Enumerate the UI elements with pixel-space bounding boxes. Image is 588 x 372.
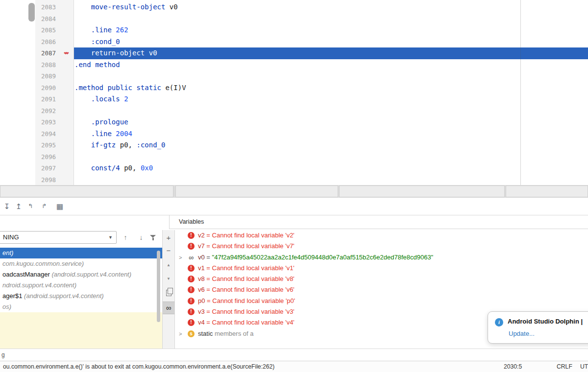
update-link[interactable]: Update... bbox=[509, 330, 535, 337]
line-number[interactable]: 2087 bbox=[35, 47, 56, 59]
filter-icon[interactable] bbox=[149, 235, 156, 240]
code-text: .line 2004 bbox=[74, 128, 132, 140]
error-icon: ! bbox=[188, 276, 195, 282]
code-line[interactable]: 2094 .line 2004 bbox=[0, 128, 588, 140]
divider-segment bbox=[339, 186, 505, 197]
frame-down-button[interactable]: ↓ bbox=[135, 231, 147, 244]
frame-row[interactable]: ager$1 (android.support.v4.content) bbox=[0, 291, 162, 302]
line-number[interactable]: 2083 bbox=[35, 1, 56, 13]
line-number[interactable]: 2094 bbox=[35, 128, 56, 140]
variable-row[interactable]: !v7 = Cannot find local variable 'v7' bbox=[175, 241, 588, 252]
line-number[interactable]: 2089 bbox=[35, 70, 56, 82]
add-watch-icon[interactable]: + bbox=[163, 232, 174, 244]
code-line[interactable]: 2089 bbox=[0, 70, 588, 82]
code-text: .end method bbox=[74, 59, 120, 71]
code-line[interactable]: 2084 bbox=[0, 13, 588, 25]
error-icon: ! bbox=[188, 232, 195, 239]
variable-text: v1 = Cannot find local variable 'v1' bbox=[198, 263, 294, 274]
variable-name: v7 bbox=[198, 242, 205, 250]
code-line[interactable]: 2085 .line 262 bbox=[0, 24, 588, 36]
line-number[interactable]: 2090 bbox=[35, 82, 56, 94]
code-text: .locals 2 bbox=[74, 93, 128, 105]
code-editor[interactable]: 2083 move-result-object v020842085 .line… bbox=[0, 0, 588, 185]
encoding-indicator[interactable]: UT bbox=[580, 361, 588, 372]
code-line[interactable]: 2095 if-gtz p0, :cond_0 bbox=[0, 140, 588, 151]
frames-list: ent)com.kugou.common.service)oadcastMana… bbox=[0, 248, 162, 312]
variables-tab[interactable]: Variables bbox=[169, 215, 588, 229]
variable-text: v7 = Cannot find local variable 'v7' bbox=[198, 241, 294, 252]
variable-name: v0 bbox=[198, 254, 205, 261]
variable-row[interactable]: !v8 = Cannot find local variable 'v8' bbox=[175, 274, 588, 284]
breakpoint-icon[interactable]: ❤❤ bbox=[58, 47, 74, 59]
code-line[interactable]: 2098 bbox=[0, 174, 588, 186]
duplicate-icon[interactable] bbox=[163, 287, 174, 299]
code-token: 2004 bbox=[116, 130, 132, 138]
frame-row[interactable]: os) bbox=[0, 302, 162, 312]
code-text: .prologue bbox=[74, 116, 128, 128]
line-number[interactable]: 2085 bbox=[35, 24, 56, 36]
error-message: Cannot find local variable 'v2' bbox=[212, 232, 294, 239]
frame-row[interactable]: com.kugou.common.service) bbox=[0, 258, 162, 269]
line-number[interactable]: 2086 bbox=[35, 36, 56, 48]
line-number[interactable]: 2096 bbox=[35, 151, 56, 163]
variable-row[interactable]: !v2 = Cannot find local variable 'v2' bbox=[175, 230, 588, 241]
debug-tab-label[interactable]: g bbox=[1, 349, 5, 360]
caret-position[interactable]: 2030:5 bbox=[504, 361, 522, 372]
code-line[interactable]: 2096 bbox=[0, 151, 588, 163]
variable-name: v4 bbox=[198, 319, 205, 326]
divider-segment bbox=[506, 186, 588, 197]
code-line[interactable]: 2090.method public static e(I)V bbox=[0, 82, 588, 94]
watches-toggle-icon[interactable]: ∞ bbox=[163, 302, 174, 314]
frame-up-button[interactable]: ↑ bbox=[120, 231, 131, 244]
frame-row[interactable]: ndroid.support.v4.content) bbox=[0, 280, 162, 291]
variable-row[interactable]: !v1 = Cannot find local variable 'v1' bbox=[175, 263, 588, 274]
expand-chevron-icon[interactable]: > bbox=[179, 328, 185, 339]
import-to-line-icon[interactable]: ↧ bbox=[1, 198, 13, 215]
code-line[interactable]: 2092 bbox=[0, 105, 588, 117]
notification-popup[interactable]: i Android Studio Dolphin | Update... bbox=[488, 311, 588, 344]
line-number[interactable]: 2095 bbox=[35, 140, 56, 151]
line-number[interactable]: 2092 bbox=[35, 105, 56, 117]
code-token: e(I)V bbox=[161, 84, 186, 92]
line-number[interactable]: 2098 bbox=[35, 174, 56, 186]
layout-grid-icon[interactable]: ▦ bbox=[54, 198, 66, 215]
variable-name: v8 bbox=[198, 275, 205, 282]
line-number[interactable]: 2084 bbox=[35, 13, 56, 25]
move-up-icon[interactable]: ▲ bbox=[163, 259, 174, 271]
code-line[interactable]: 2088.end method bbox=[0, 59, 588, 71]
line-number[interactable]: 2097 bbox=[35, 163, 56, 174]
code-line[interactable]: 2086 :cond_0 bbox=[0, 36, 588, 48]
thread-dropdown[interactable]: NING ▼ bbox=[0, 231, 117, 244]
line-number[interactable]: 2091 bbox=[35, 93, 56, 105]
frame-row[interactable]: ent) bbox=[0, 248, 162, 258]
code-token: .line bbox=[74, 26, 112, 34]
code-line[interactable]: 2083 move-result-object v0 bbox=[0, 1, 588, 13]
filter-icon-stem bbox=[152, 238, 154, 240]
code-line[interactable]: 2097 const/4 p0, 0x0 bbox=[0, 163, 588, 174]
code-text: if-gtz p0, :cond_0 bbox=[74, 140, 165, 151]
error-message: Cannot find local variable 'v4' bbox=[212, 319, 294, 326]
move-down-icon[interactable]: ▼ bbox=[163, 273, 174, 285]
line-number[interactable]: 2088 bbox=[35, 59, 56, 71]
frame-text: os) bbox=[2, 303, 11, 310]
export-from-line-icon[interactable]: ↥ bbox=[13, 198, 24, 215]
variable-row[interactable]: >∞v0 = "47f2a94f95a45022aa2a2c1fe4d50944… bbox=[175, 252, 588, 263]
variable-text: v0 = "47f2a94f95a45022aa2a2c1fe4d509448d… bbox=[198, 252, 433, 263]
remove-watch-icon[interactable]: − bbox=[163, 245, 174, 256]
line-separator-indicator[interactable]: CRLF bbox=[557, 361, 572, 372]
frame-row[interactable]: oadcastManager (android.support.v4.conte… bbox=[0, 269, 162, 280]
restore-layout-left-icon[interactable]: ↰ bbox=[24, 198, 36, 215]
restore-layout-right-icon[interactable]: ↱ bbox=[38, 198, 50, 215]
variable-row[interactable]: !p0 = Cannot find local variable 'p0' bbox=[175, 296, 588, 306]
code-token: p0, bbox=[116, 141, 136, 149]
error-message: Cannot find local variable 'v7' bbox=[212, 242, 294, 250]
code-line[interactable]: 2091 .locals 2 bbox=[0, 93, 588, 105]
code-line[interactable]: 2087❤❤ return-object v0 bbox=[0, 47, 588, 59]
expand-chevron-icon[interactable]: > bbox=[179, 252, 185, 263]
variable-row[interactable]: !v6 = Cannot find local variable 'v6' bbox=[175, 284, 588, 295]
line-number[interactable]: 2093 bbox=[35, 116, 56, 128]
frames-scrollbar[interactable] bbox=[157, 251, 160, 322]
error-message: Cannot find local variable 'v1' bbox=[212, 264, 294, 272]
code-line[interactable]: 2093 .prologue bbox=[0, 116, 588, 128]
code-token: .line bbox=[74, 130, 112, 138]
